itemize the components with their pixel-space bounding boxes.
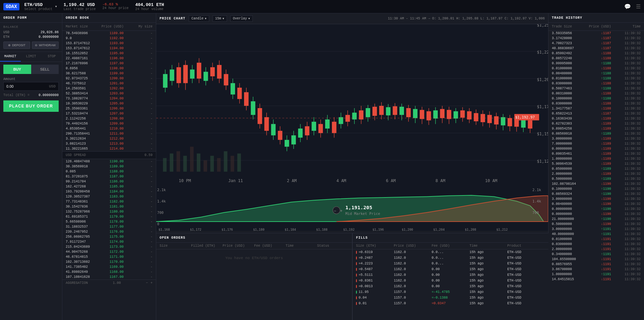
ob-ask-size: 4.85395441 [66,127,95,131]
ob-ask-row[interactable]: 92.97343725 1200.00 - [62,76,156,81]
ob-ask-price: 1197.00 [95,62,123,65]
ob-bid-row[interactable]: 99.2141704 1186.00 - [62,179,156,184]
oo-col-status: Status [317,244,349,248]
ob-bid-size: 107.10841628 [66,275,95,279]
ob-ask-row[interactable]: 78.54936996 1189.00 - [62,31,156,36]
ob-ask-row[interactable]: 14.2503591 1202.00 - [62,86,156,91]
ob-bid-row[interactable]: 215.04243689 1173.00 - [62,244,156,249]
deposit-button[interactable]: ⊕ DEPOSIT [3,42,30,49]
ob-ask-row[interactable]: 16.15512052 1195.00 - [62,51,156,56]
ob-bid-row[interactable]: 30.15427836 1181.00 - [62,204,156,209]
ob-bid-price: 1177.00 [95,225,123,229]
ob-ask-row[interactable]: 52.38853414 1203.00 - [62,91,156,96]
trade-time: 11:39:32 [611,112,641,115]
svg-text:2.1k: 2.1k [157,188,166,192]
ob-ask-row[interactable]: 4.85395441 1210.00 - [62,126,156,131]
ob-bid-row[interactable]: 120.30527387 1183.00 - [62,194,156,199]
ob-ask-row[interactable]: 153.87147612 1194.00 - [62,46,156,51]
buy-button[interactable]: BUY [3,65,31,74]
chat-icon[interactable]: 💬 [624,3,631,10]
ob-col-my-size: My size [124,25,153,28]
trade-size: 2.00000000 [552,172,581,176]
trade-history-row: 40.86830697 ↓1187 11:39:32 [548,46,644,51]
ob-bid-row[interactable]: 30.38569918 1189.00 - [62,164,156,169]
svg-text:2.1k: 2.1k [532,188,541,192]
trade-price: ↓1189 [581,162,611,166]
agg-increase-button[interactable]: + [151,281,153,285]
ob-bid-row[interactable]: 141.7385402 1169.00 - [62,264,156,269]
ob-ask-row[interactable]: 17.21676996 1197.00 - [62,61,156,66]
ob-ask-price: 1202.00 [95,87,123,90]
trade-size: 0.50000000 [552,222,581,226]
svg-rect-51 [224,74,228,85]
ob-bid-row[interactable]: 102.30713602 1170.00 - [62,259,156,264]
trade-time: 11:39:32 [611,242,641,246]
trade-history-row: 0.16363439 ↓1189 11:39:32 [548,116,644,121]
place-order-button[interactable]: PLACE BUY ORDER [3,100,59,112]
trade-size: 3.17428000 [552,36,581,40]
ob-bid-row[interactable]: 239.2467952 1176.00 - [62,229,156,234]
ob-ask-row[interactable]: 9.0 1192.00 - [62,36,156,41]
ob-bid-row[interactable]: 0.085 1188.00 - [62,169,156,174]
ob-ask-row[interactable]: 2.11242256 1208.00 - [62,116,156,121]
trade-time: 11:39:32 [611,87,641,90]
ob-ask-row[interactable]: 46.7375912 1201.00 - [62,81,156,86]
ob-ask-row[interactable]: 3.08214123 1213.00 - [62,141,156,146]
ob-bid-row[interactable]: 126.40847488 1190.00 - [62,159,156,164]
oo-col-price: Price (USD) [223,244,254,248]
svg-rect-95 [372,107,377,116]
ob-ask-row[interactable]: 38.6217588 1199.00 - [62,71,156,76]
tab-market[interactable]: MARKET [0,52,21,62]
ob-bid-row[interactable]: 193.79200458 1184.00 - [62,189,156,194]
ob-ask-row[interactable]: 19.30530229 1205.00 - [62,101,156,106]
ob-bid-row[interactable]: 5.66598906 1178.00 - [62,219,156,224]
ob-bid-row[interactable]: 77.73148361 1182.00 - [62,199,156,204]
tab-stop[interactable]: STOP [41,52,62,62]
chart-stats: 11:30 AM - 11:45 AM → O: 1,200.01 H: 1,2… [388,17,545,20]
withdraw-button[interactable]: ⊖ WITHDRAW [32,42,59,49]
trade-price: ↓1189 [581,117,611,121]
tab-limit[interactable]: LIMIT [21,52,42,62]
ob-bid-row[interactable]: 61.69185371 1179.00 - [62,214,156,219]
trade-price: ↓1191 [581,267,611,271]
timeframe-control[interactable]: 15m ▼ [213,15,227,22]
ob-bid-row[interactable]: 132.75287966 1180.00 - [62,209,156,214]
ob-bid-row[interactable]: 107.10841628 1167.00 - [62,274,156,279]
ob-ask-row[interactable]: 290.71358441 1211.00 - [62,131,156,136]
ob-bid-row[interactable]: 41.89802649 1168.00 - [62,269,156,274]
withdraw-label: WITHDRAW [39,44,56,47]
ob-ask-row[interactable]: 73.10820774 1204.00 - [62,96,156,101]
trade-history-row: 0.03000000 ↓1188 11:39:32 [548,81,644,86]
ob-bid-row[interactable]: 256.06062705 1175.00 - [62,234,156,239]
svg-rect-115 [440,109,445,118]
ob-ask-price: 1201.00 [95,82,123,85]
ob-bid-size: 141.7385402 [66,265,95,269]
ob-ask-row[interactable]: 3.30212634 1212.00 - [62,136,156,141]
ob-ask-row[interactable]: 17.53219474 1207.00 - [62,111,156,116]
ob-ask-row[interactable]: 11.30221665 1214.00 - [62,146,156,151]
fills-panel: FILLS Size (ETH) Price (USD) Fee (USD) T… [352,233,548,320]
ob-bid-row[interactable]: 46.67814815 1171.00 - [62,254,156,259]
ob-bid-row[interactable]: 44.90475268 1172.00 - [62,249,156,254]
ob-ask-row[interactable]: 25.35903361 1206.00 - [62,106,156,111]
ob-ask-row[interactable]: 79.44924156 1209.00 - [62,121,156,126]
overlay-control[interactable]: Overlay ▼ [230,15,253,22]
amount-input[interactable] [6,84,41,88]
ob-ask-size: 92.97343725 [66,77,95,80]
menu-icon[interactable]: ☰ [636,3,641,10]
ob-bid-row[interactable]: 7.91172347 1174.00 - [62,239,156,244]
svg-rect-69 [285,140,289,147]
product-selector[interactable]: ETH/USD Select product ▼ [24,2,57,11]
agg-decrease-button[interactable]: − [146,281,148,285]
ob-bid-row[interactable]: 162.427268 1185.00 - [62,184,156,189]
ob-ask-size: 78.54936996 [66,31,95,35]
ob-bid-price: 1182.00 [95,200,123,204]
ob-ask-row[interactable]: 22.49867161 1196.00 - [62,56,156,61]
sell-button[interactable]: SELL [31,65,59,74]
ob-ask-row[interactable]: 0.6956 1198.00 - [62,66,156,71]
ob-ask-row[interactable]: 153.87147612 1193.00 - [62,41,156,46]
ob-ask-size: 3.30212634 [66,137,95,141]
ob-bid-row[interactable]: 31.18832537 1177.00 - [62,224,156,229]
candle-control[interactable]: Candle ▼ [189,15,209,22]
ob-bid-row[interactable]: 81.37201075 1187.00 - [62,174,156,179]
